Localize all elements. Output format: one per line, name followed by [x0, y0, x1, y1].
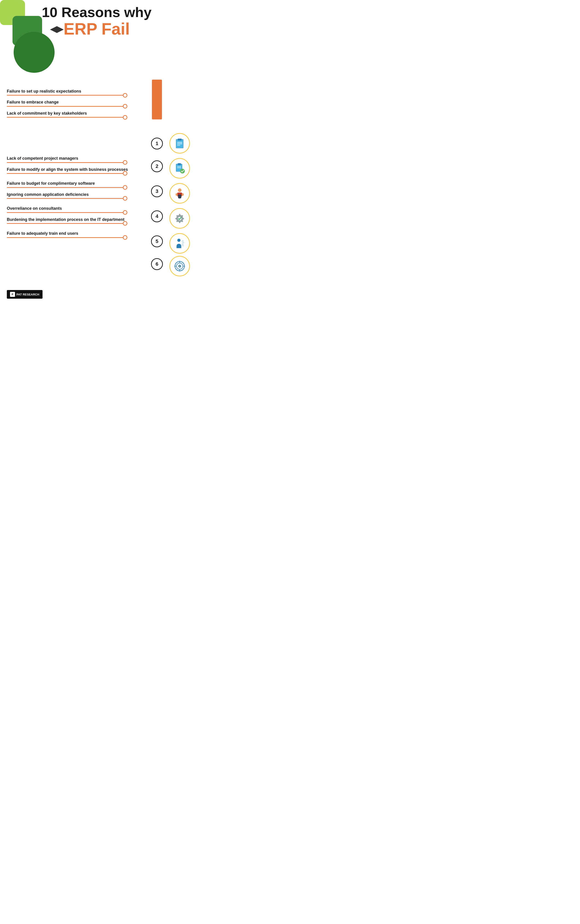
orange-bar-container: [148, 80, 166, 119]
icon-2-wrapper: [166, 153, 193, 179]
number-badge-5: 5: [151, 236, 163, 247]
pat-research-logo: P PAT RESEARCH: [7, 290, 43, 299]
icon-3-wrapper: [166, 179, 193, 204]
svg-point-21: [179, 266, 180, 267]
reason-8-line: [7, 212, 127, 213]
badge-1-wrapper: 1: [148, 119, 166, 153]
person-shadow-icon: [174, 237, 186, 249]
reason-4-line: [7, 162, 127, 163]
gear-check-icon: [174, 212, 186, 224]
clipboard-icon-circle: [170, 133, 190, 153]
checklist-person-icon-circle: [170, 158, 190, 179]
svg-rect-2: [177, 142, 183, 143]
header: 10 Reasons why ERP Fail: [0, 0, 193, 38]
badge-2-wrapper: 2: [148, 153, 166, 179]
badge-5-wrapper: 5: [148, 229, 166, 254]
pat-logo-text: PAT RESEARCH: [16, 293, 40, 296]
gear-check-icon-circle: [170, 208, 190, 229]
checklist-person-icon: [174, 162, 186, 174]
person-shadow-icon-circle: [170, 233, 190, 254]
icon-5-wrapper: [166, 229, 193, 254]
reason-1-cell: Failure to set up realistic expectations…: [0, 80, 148, 119]
strong-person-icon-circle: [170, 183, 190, 204]
target-icon-circle: [170, 256, 190, 277]
svg-rect-1: [178, 138, 181, 141]
reason-9-text: Burdening the implementation process on …: [7, 215, 143, 223]
svg-rect-8: [177, 168, 181, 168]
reason-5-line: [7, 173, 127, 174]
number-badge-1: 1: [151, 138, 163, 150]
svg-point-13: [177, 239, 181, 242]
badge-6-wrapper: 6: [148, 254, 166, 283]
reason-5-text: Failure to modify or align the system wi…: [7, 165, 143, 173]
title-line2: ERP Fail: [0, 20, 193, 38]
spacer-bottom: [0, 254, 148, 283]
badge-4-wrapper: 4: [148, 204, 166, 229]
strong-person-icon: [174, 188, 186, 199]
number-badge-2: 2: [151, 160, 163, 172]
svg-rect-3: [177, 143, 183, 144]
number-badge-4: 4: [151, 211, 163, 222]
footer: P PAT RESEARCH: [0, 283, 193, 303]
title-line1: 10 Reasons why: [0, 5, 193, 20]
icon-1-wrapper: [166, 119, 193, 153]
reason-6-7-cell: Failure to budget for complimentary soft…: [0, 179, 148, 204]
reason-10-cell: Failure to adequately train end users: [0, 229, 148, 254]
reason-7-text: Ignoring common application deficiencies: [7, 190, 143, 198]
orange-bar: [152, 80, 162, 119]
reason-6-text: Failure to budget for complimentary soft…: [7, 179, 143, 187]
svg-point-9: [180, 169, 185, 174]
reason-3-text: Lack of commitment by key stakeholders: [7, 109, 143, 117]
reason-10-line: [7, 237, 127, 238]
reason-4-5-cell: Lack of competent project managers Failu…: [0, 153, 148, 179]
reason-8-text: Overreliance on consultants: [7, 204, 143, 212]
reason-7-line: [7, 198, 127, 199]
reason-1-line: [7, 95, 127, 96]
number-badge-6: 6: [151, 258, 163, 270]
reason-1-text: Failure to set up realistic expectations: [7, 86, 143, 95]
target-icon: [174, 260, 186, 272]
reason-2-line: [7, 106, 127, 107]
reason-9-line: [7, 223, 127, 224]
number-badge-3: 3: [151, 185, 163, 197]
svg-rect-6: [178, 163, 181, 165]
clipboard-icon: [174, 137, 186, 149]
pat-logo-icon: P: [10, 292, 15, 297]
reason-2-text: Failure to embrace change: [7, 97, 143, 106]
badge-3-wrapper: 3: [148, 179, 166, 204]
icon-4-wrapper: [166, 204, 193, 229]
svg-rect-4: [177, 145, 180, 146]
reason-8-9-cell: Overreliance on consultants Burdening th…: [0, 204, 148, 229]
reason-6-line: [7, 187, 127, 188]
reason-10-text: Failure to adequately train end users: [7, 229, 143, 237]
reason-3-line: [7, 117, 127, 118]
svg-rect-7: [177, 166, 181, 167]
svg-point-10: [178, 189, 181, 192]
reason-4-text: Lack of competent project managers: [7, 153, 143, 162]
icon-6-wrapper: [166, 254, 193, 283]
